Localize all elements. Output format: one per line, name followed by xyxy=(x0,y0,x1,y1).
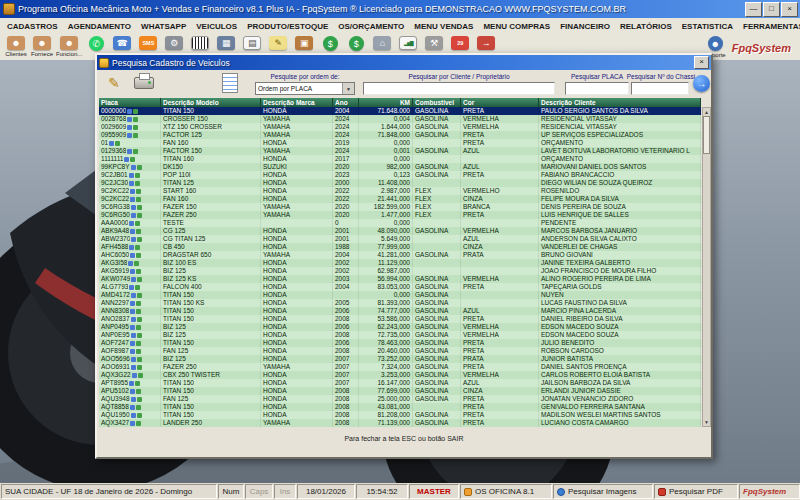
scroll-up-icon[interactable]: ▲ xyxy=(704,108,709,116)
status-search-pdf[interactable]: Pesquisar PDF xyxy=(654,484,738,499)
table-row[interactable]: AAA0000TESTE00,000PENDENTE xyxy=(99,219,701,227)
menu-item-produto-estoque[interactable]: PRODUTO/ESTOQUE xyxy=(242,18,333,34)
table-row[interactable]: APT8955TITAN 150HONDA200716.147,000GASOL… xyxy=(99,379,701,387)
table-row[interactable]: AOF8987FAN 125HONDA200820.460,000GASOLIN… xyxy=(99,347,701,355)
toolbar-ordem-servico-button[interactable]: ▤ xyxy=(239,35,265,51)
table-row[interactable]: ABK9A48CG 125HONDA200148.090,000GASOLINA… xyxy=(99,227,701,235)
table-row[interactable]: AOO5696BIZ 125HONDA200773.252,000GASOLIN… xyxy=(99,355,701,363)
table-row[interactable]: 9C2JB01POP 110IHONDA20230,123GASOLINAPRE… xyxy=(99,171,701,179)
column-header[interactable]: Cor xyxy=(461,98,539,107)
client-search-input[interactable] xyxy=(363,82,555,95)
placa-search-input[interactable] xyxy=(565,82,629,95)
column-header[interactable]: Ano xyxy=(333,98,359,107)
table-row[interactable]: AQU3948FAN 125HONDA200825.000,000GASOLIN… xyxy=(99,395,701,403)
menu-item-menu-compras[interactable]: MENU COMPRAS xyxy=(478,18,555,34)
table-row[interactable]: 99KPC8YDK150SUZUKI2020982,000GASOLINAAZU… xyxy=(99,163,701,171)
table-row[interactable]: AFH4588CB 450HONDA198877.999,000CINZAVAN… xyxy=(99,243,701,251)
menu-item-relat-rios[interactable]: RELATÓRIOS xyxy=(615,18,677,34)
order-select[interactable]: Ordem por PLACA ▼ xyxy=(255,82,355,95)
menu-item-estatistica[interactable]: ESTATISTICA xyxy=(677,18,738,34)
column-header[interactable]: Descrição Marca xyxy=(261,98,333,107)
menu-item-agendamento[interactable]: AGENDAMENTO xyxy=(63,18,136,34)
table-row[interactable]: 0000000TITAN 150HONDA200471.648.000GASOL… xyxy=(99,107,701,115)
table-row[interactable]: AKG5919BIZ 125HONDA200262.987,000JOAO FR… xyxy=(99,267,701,275)
table-row[interactable]: AOF7247TITAN 150HONDA200678.463,000GASOL… xyxy=(99,339,701,347)
maximize-button[interactable]: □ xyxy=(763,2,780,17)
toolbar-banco-button[interactable]: ⌂ xyxy=(369,35,395,51)
report-button[interactable] xyxy=(219,72,241,94)
table-row[interactable]: 9C2KC22START 160HONDA20222.987,000FLEXVE… xyxy=(99,187,701,195)
table-row[interactable]: ABW2370CG TITAN 125HONDA20015.649,000AZU… xyxy=(99,235,701,243)
minimize-button[interactable]: — xyxy=(745,2,762,17)
table-row[interactable]: AKW0749BIZ 125 KSHONDA200356.994,000GASO… xyxy=(99,275,701,283)
toolbar-calculadora-button[interactable]: ▦ xyxy=(213,35,239,51)
menu-item-financeiro[interactable]: FINANCEIRO xyxy=(555,18,615,34)
column-header[interactable]: Combustivel xyxy=(413,98,461,107)
status-search-images[interactable]: Pesquisar Imagens xyxy=(553,484,653,499)
table-row[interactable]: 9C2JC30TITAN 125HONDA200011.408,000DIEGO… xyxy=(99,179,701,187)
menu-item-menu-vendas[interactable]: MENU VENDAS xyxy=(409,18,478,34)
table-row[interactable]: 01FAN 160HONDA20190,000PRETAORÇAMENTO xyxy=(99,139,701,147)
chevron-down-icon[interactable]: ▼ xyxy=(342,83,354,94)
print-button[interactable] xyxy=(133,72,155,94)
table-row[interactable]: 0129368FACTOR 150YAMAHA20240,001GASOLINA… xyxy=(99,147,701,155)
toolbar-ferramentas-button[interactable]: ⚒ xyxy=(421,35,447,51)
toolbar-clientes-button[interactable]: ☻Clientes xyxy=(3,35,29,59)
scroll-thumb[interactable] xyxy=(703,116,710,154)
table-row[interactable]: 0028768CROSSER 150YAMAHA20240,004GASOLIN… xyxy=(99,115,701,123)
table-row[interactable]: AQX3G22CBX 250 TWISTERHONDA20073.253,000… xyxy=(99,371,701,379)
table-row[interactable]: ANP0495BIZ 125HONDA200662.243,000GASOLIN… xyxy=(99,323,701,331)
table-row[interactable]: 9C6RG38FAZER 150YAMAHA2020182.599,000FLE… xyxy=(99,203,701,211)
toolbar-relatorios-button[interactable]: ▂▅▇ xyxy=(395,35,421,51)
menu-item-os-or-amento[interactable]: OS/ORÇAMENTO xyxy=(333,18,409,34)
toolbar-sms-button[interactable]: SMS xyxy=(135,35,161,51)
column-header[interactable]: Descrição Cliente xyxy=(539,98,701,107)
table-row[interactable]: 1111111TITAN 160HONDA20170,000ORÇAMENTO xyxy=(99,155,701,163)
toolbar-sair-button[interactable]: → xyxy=(473,35,499,51)
chassi-search-input[interactable] xyxy=(631,82,689,95)
table-row[interactable]: 9C2KC22FAN 160HONDA202221.441,000FLEXCIN… xyxy=(99,195,701,203)
table-row[interactable]: 0029609XTZ 150 CROSSERYAMAHA20241.644,00… xyxy=(99,123,701,131)
cell: PRETA xyxy=(461,131,539,139)
toolbar-orcamento-button[interactable]: ✎ xyxy=(265,35,291,51)
toolbar-produto-button[interactable]: ⚙ xyxy=(161,35,187,51)
table-row[interactable]: ANN2297TITAN 150 KSHONDA200581.393,000GA… xyxy=(99,299,701,307)
toolbar-fornecedores-button[interactable]: ☻Fornece xyxy=(29,35,55,59)
table-row[interactable]: 0955909FACTOR 125YAMAHA202471.848,000GAS… xyxy=(99,131,701,139)
toolbar-calendario-button[interactable]: 29 xyxy=(447,35,473,51)
table-row[interactable]: ANP0E95BIZ 125HONDA200872.735,000GASOLIN… xyxy=(99,331,701,339)
toolbar-vendas-button[interactable]: $ xyxy=(317,35,343,52)
edit-button[interactable]: ✎ xyxy=(103,72,125,94)
column-header[interactable]: Placa xyxy=(99,98,161,107)
table-row[interactable]: APU5102TITAN 150HONDA200877.699,000GASOL… xyxy=(99,387,701,395)
menu-item-cadastros[interactable]: CADASTROS xyxy=(2,18,63,34)
menu-item-ferramentas[interactable]: FERRAMENTAS xyxy=(738,18,800,34)
column-header[interactable]: Descrição Modelo xyxy=(161,98,261,107)
table-row[interactable]: ALG7793FALCON 400HONDA200483.053,000GASO… xyxy=(99,283,701,291)
table-row[interactable]: AQT8858TITAN 150HONDA200843.081,000PRETA… xyxy=(99,403,701,411)
table-row[interactable]: AQX3427LANDER 250YAMAHA200871.139,000GAS… xyxy=(99,419,701,427)
toolbar-whatsapp-button[interactable]: ✆ xyxy=(83,35,109,52)
toolbar-telefone-button[interactable]: ☎ xyxy=(109,35,135,51)
scroll-down-icon[interactable]: ▼ xyxy=(704,418,709,426)
table-row[interactable]: AOO6931FAZER 250YAMAHA20077.324,000GASOL… xyxy=(99,363,701,371)
toolbar-financeiro-button[interactable]: $ xyxy=(343,35,369,52)
toolbar-codigo-barras-button[interactable] xyxy=(187,35,213,51)
menu-item-veiculos[interactable]: VEICULOS xyxy=(191,18,242,34)
toolbar-funcionarios-button[interactable]: ☻Funcion... xyxy=(55,35,83,59)
table-row[interactable]: AHC6050DRAGSTAR 650YAMAHA200441.281,000G… xyxy=(99,251,701,259)
column-header[interactable]: KM xyxy=(359,98,413,107)
table-row[interactable]: ANN8308TITAN 150HONDA200674.777,000GASOL… xyxy=(99,307,701,315)
toolbar-caixa-button[interactable]: ▣ xyxy=(291,35,317,51)
dialog-close-button[interactable]: × xyxy=(694,56,709,69)
grid-scrollbar[interactable]: ▲ ▼ xyxy=(702,107,711,427)
table-row[interactable]: 9C6RG50FAZER 250YAMAHA20201.477,000FLEXP… xyxy=(99,211,701,219)
dialog-title-bar[interactable]: Pesquisa Cadastro de Veiculos × xyxy=(97,55,711,70)
table-row[interactable]: AMD4172TITAN 150HONDA0,000GASOLINANUYEN xyxy=(99,291,701,299)
table-row[interactable]: AKG3I58BIZ 100 ESHONDA200211.129,000JANI… xyxy=(99,259,701,267)
close-button[interactable]: × xyxy=(781,2,798,17)
menu-item-whatsapp[interactable]: WHATSAPP xyxy=(136,18,191,34)
search-go-button[interactable]: → xyxy=(693,75,710,92)
table-row[interactable]: AQU1950TITAN 150HONDA200881.208,000GASOL… xyxy=(99,411,701,419)
table-row[interactable]: ANO2837TITAN 150HONDA200853.586,000GASOL… xyxy=(99,315,701,323)
